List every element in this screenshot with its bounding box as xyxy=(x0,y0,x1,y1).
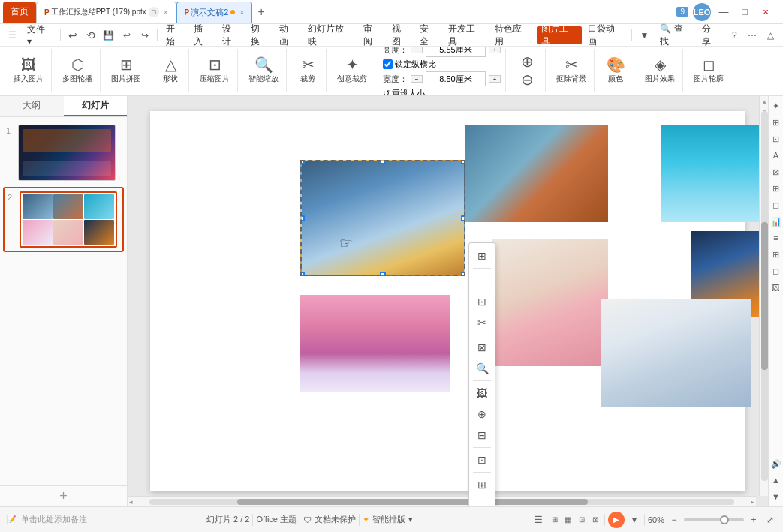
menu-review[interactable]: 审阅 xyxy=(359,26,386,44)
right-btn-3[interactable]: ⊡ xyxy=(769,132,783,146)
menu-pocket-anim[interactable]: 口袋动画 xyxy=(583,26,628,44)
float-btn-resize[interactable]: ⊠ xyxy=(471,337,492,358)
right-btn-9[interactable]: ≡ xyxy=(769,231,783,245)
scroll-thumb-h[interactable] xyxy=(237,499,588,505)
creative-crop-button[interactable]: ✦ 创意裁剪 xyxy=(334,56,370,86)
color-button[interactable]: 🎨 颜色 xyxy=(602,56,629,86)
tab-doc1[interactable]: P 工作汇报总结PPT (179).pptx □ × xyxy=(36,2,176,23)
shape-button[interactable]: △ 形状 xyxy=(157,56,184,86)
menu-search[interactable]: 🔍 查找 xyxy=(655,26,696,44)
menu-img-tools[interactable]: 图片工具 xyxy=(537,26,582,44)
menu-share[interactable]: 分享 xyxy=(697,26,724,44)
menu-view[interactable]: 视图 xyxy=(387,26,414,44)
menu-expand-icon[interactable]: ▼ xyxy=(636,27,652,44)
insert-img-button[interactable]: 🖼 插入图片 xyxy=(11,56,47,86)
tab-home[interactable]: 首页 xyxy=(3,2,36,23)
play-dropdown[interactable]: ▾ xyxy=(628,513,641,527)
width-minus[interactable]: − xyxy=(411,75,423,83)
tab-doc1-close[interactable]: × xyxy=(164,8,168,17)
img-collage-button[interactable]: ⊞ 图片拼图 xyxy=(108,56,144,86)
menu-switch[interactable]: 切换 xyxy=(246,26,273,44)
handle-bl[interactable] xyxy=(300,272,305,276)
slide-item-2[interactable]: 2 xyxy=(3,187,124,252)
handle-mr[interactable] xyxy=(461,215,465,221)
smart-zoom-button[interactable]: 🔍 智能缩放 xyxy=(245,56,282,86)
arrow-icon[interactable]: ↪ xyxy=(137,27,153,44)
float-btn-layer[interactable]: ⊞ xyxy=(471,245,492,266)
menu-security[interactable]: 安全 xyxy=(415,26,442,44)
right-btn-8[interactable]: 📊 xyxy=(769,215,783,228)
fullscreen-icon[interactable]: ⤢ xyxy=(763,513,777,527)
handle-tm[interactable] xyxy=(380,160,386,164)
tab-doc2-close[interactable]: × xyxy=(239,8,244,17)
handle-bm[interactable] xyxy=(380,272,386,276)
float-btn-paste[interactable]: ⊟ xyxy=(471,425,492,446)
right-btn-7[interactable]: ◻ xyxy=(769,198,783,212)
tab-doc1-window[interactable]: □ xyxy=(149,7,159,17)
close-button[interactable]: × xyxy=(757,4,774,20)
menu-slideshow[interactable]: 幻灯片放映 xyxy=(303,26,357,44)
handle-br[interactable] xyxy=(461,272,465,276)
right-btn-4[interactable]: A xyxy=(769,149,783,162)
lock-ratio-checkbox[interactable] xyxy=(383,59,393,69)
zoom-slider[interactable] xyxy=(684,518,744,521)
scroll-thumb-v[interactable] xyxy=(761,222,768,370)
menu-dev[interactable]: 开发工具 xyxy=(444,26,489,44)
height-input[interactable] xyxy=(426,47,486,57)
menu-insert[interactable]: 插入 xyxy=(189,26,216,44)
play-button[interactable]: ▶ xyxy=(608,512,625,528)
undo-icon[interactable]: ↩ xyxy=(119,27,135,44)
hamburger-icon[interactable]: ☰ xyxy=(5,27,21,44)
handle-tr[interactable] xyxy=(461,160,465,164)
right-btn-6[interactable]: ⊞ xyxy=(769,182,783,195)
img-outline-button[interactable]: ◻ 图片轮廓 xyxy=(691,56,727,86)
view-book-icon[interactable]: ⊡ xyxy=(576,514,588,526)
right-btn-1[interactable]: ✦ xyxy=(769,99,783,113)
view-grid-icon[interactable]: ⊞ xyxy=(549,514,561,526)
multi-wheel-button[interactable]: ⬡ 多图轮播 xyxy=(59,56,95,86)
width-input[interactable] xyxy=(426,71,486,86)
float-btn-crop[interactable]: ⊡ xyxy=(471,291,492,312)
float-btn-copy[interactable]: ⊕ xyxy=(471,404,492,425)
float-btn-zoom-in[interactable]: 🔍 xyxy=(471,358,492,379)
menu-more[interactable]: ⋯ xyxy=(744,27,760,44)
img-desert[interactable] xyxy=(300,295,450,392)
right-btn-img[interactable]: 🖼 xyxy=(769,281,783,294)
panel-tab-outline[interactable]: 大纲 xyxy=(0,96,64,116)
menu-collapse[interactable]: △ xyxy=(762,27,778,44)
doc-count-badge[interactable]: 9 xyxy=(676,7,688,17)
float-btn-edit[interactable]: ⊞ xyxy=(471,474,492,495)
scroll-left-arrow[interactable]: ◂ xyxy=(128,498,134,506)
float-btn-img[interactable]: 🖼 xyxy=(471,383,492,404)
img-city-top[interactable] xyxy=(465,125,608,222)
tab-new-button[interactable]: + xyxy=(252,3,270,21)
slide-item-1[interactable]: 1 xyxy=(3,122,124,184)
scroll-right-arrow[interactable]: ▸ xyxy=(749,498,756,506)
right-btn-sound[interactable]: 🔊 xyxy=(769,457,783,470)
handle-tl[interactable] xyxy=(300,160,305,164)
minus-button[interactable]: ⊖ xyxy=(513,71,541,89)
menu-animation[interactable]: 动画 xyxy=(275,26,302,44)
img-ferris[interactable] xyxy=(601,299,751,407)
handle-ml[interactable] xyxy=(300,215,305,221)
right-btn-up[interactable]: ▲ xyxy=(769,473,783,487)
slide-canvas[interactable]: ☞ ⊞ − ⊡ ✂ ⊠ 🔍 🖼 ⊕ ⊟ ⊡ ⊞ ◈ xyxy=(150,111,745,491)
right-btn-10[interactable]: ⊞ xyxy=(769,248,783,261)
menu-special[interactable]: 特色应用 xyxy=(490,26,535,44)
user-avatar[interactable]: LEO xyxy=(693,3,711,21)
right-btn-down[interactable]: ▼ xyxy=(769,490,783,503)
menu-help[interactable]: ? xyxy=(726,27,742,44)
panel-tab-slides[interactable]: 幻灯片 xyxy=(64,96,128,116)
crop-button[interactable]: ✂ 裁剪 xyxy=(294,56,321,86)
undo-icon2[interactable]: ↩ xyxy=(65,27,81,44)
right-btn-5[interactable]: ⊠ xyxy=(769,165,783,179)
img-balloons[interactable] xyxy=(661,125,769,222)
menu-file[interactable]: 文件 ▾ xyxy=(23,26,56,44)
float-btn-arrange[interactable]: ⊡ xyxy=(471,449,492,470)
menu-design[interactable]: 设计 xyxy=(218,26,245,44)
float-btn-scissors[interactable]: ✂ xyxy=(471,312,492,333)
menu-start[interactable]: 开始 xyxy=(161,26,188,44)
remove-bg-button[interactable]: ✂ 抠除背景 xyxy=(553,56,589,86)
img-city-selected[interactable]: ☞ xyxy=(300,160,465,276)
right-btn-2[interactable]: ⊞ xyxy=(769,116,783,129)
